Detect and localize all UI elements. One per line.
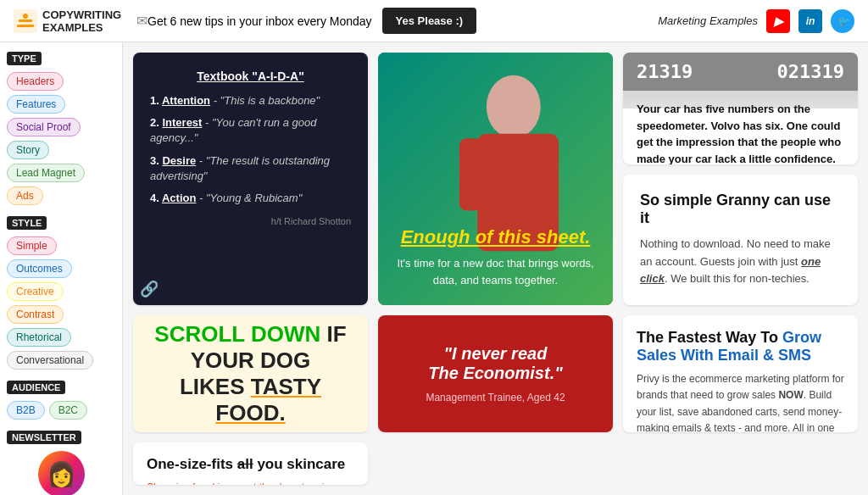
audience-tags: B2B B2C — [7, 401, 115, 420]
tag-headers[interactable]: Headers — [7, 72, 64, 91]
volvo-card: 21319 021319 Your car has five numbers o… — [623, 53, 858, 164]
enough-overlay: Enough of this sheet. It's time for a ne… — [378, 226, 613, 288]
topbar: COPYWRITING EXAMPLES ✉ Get 6 new tips in… — [0, 0, 868, 42]
link-icon: 🔗 — [140, 280, 159, 298]
marketing-examples-label: Marketing Examples — [658, 14, 758, 27]
tag-lead-magnet[interactable]: Lead Magnet — [7, 164, 85, 182]
economist-quote: "I never readThe Economist." — [428, 344, 562, 383]
tag-creative[interactable]: Creative — [7, 282, 64, 301]
aida-footer: h/t Richard Shotton — [150, 216, 351, 226]
tag-features[interactable]: Features — [7, 95, 65, 114]
economist-card: "I never readThe Economist." Management … — [378, 315, 613, 432]
granny-body: Nothing to download. No need to make an … — [640, 236, 841, 288]
tag-outcomes[interactable]: Outcomes — [7, 259, 72, 278]
tag-rhetorical[interactable]: Rhetorical — [7, 328, 71, 347]
logo-text: COPYWRITING EXAMPLES — [42, 8, 121, 34]
style-tags: Simple Outcomes Creative Contrast Rhetor… — [7, 236, 115, 370]
twitter-icon[interactable]: 🐦 — [831, 9, 854, 33]
aida-card: Textbook "A-I-D-A" 1. Attention - "This … — [133, 53, 368, 305]
scroll-text: SCROLL DOWN IF YOUR DOG LIKES TASTY FOOD… — [150, 321, 351, 427]
topbar-right: Marketing Examples ▶ in 🐦 — [658, 9, 854, 33]
logo[interactable]: COPYWRITING EXAMPLES — [14, 8, 136, 34]
main-layout: TYPE Headers Features Social Proof Story… — [0, 42, 868, 495]
newsletter-section-label: NEWSLETTER — [7, 431, 81, 444]
type-section-label: TYPE — [7, 52, 42, 65]
aida-title: Textbook "A-I-D-A" — [150, 70, 351, 83]
tag-b2c[interactable]: B2C — [49, 401, 87, 420]
audience-section-label: AUDIENCE — [7, 381, 65, 394]
tag-ads[interactable]: Ads — [7, 186, 43, 205]
logo-icon — [14, 9, 37, 33]
enough-headline: Enough of this sheet. — [392, 226, 599, 248]
aida-item-4: 4. Action - "Young & Rubicam" — [150, 191, 351, 206]
type-tags: Headers Features Social Proof Story Lead… — [7, 72, 115, 205]
skincare-body: Shopping for skincare at the drugstore i… — [147, 480, 354, 485]
scroll-card: SCROLL DOWN IF YOUR DOG LIKES TASTY FOOD… — [133, 315, 368, 432]
svg-point-5 — [487, 75, 541, 139]
granny-card: So simple Granny can use it Nothing to d… — [623, 175, 858, 305]
tag-contrast[interactable]: Contrast — [7, 305, 64, 324]
svg-rect-8 — [507, 138, 530, 210]
content-grid: Textbook "A-I-D-A" 1. Attention - "This … — [123, 42, 868, 495]
linkedin-icon[interactable]: in — [798, 9, 822, 33]
svg-rect-7 — [459, 138, 482, 210]
enough-subtext: It's time for a new doc that brings word… — [397, 257, 593, 286]
yes-please-button[interactable]: Yes Please :) — [382, 8, 477, 34]
privy-card: The Fastest Way To Grow Sales With Email… — [623, 315, 858, 432]
volvo-text: Your car has five numbers on the speedom… — [623, 91, 858, 164]
aida-item-1: 1. Attention - "This is a backbone" — [150, 93, 351, 108]
volvo-number-right: 021319 — [777, 61, 844, 82]
volvo-numbers: 21319 021319 — [623, 53, 858, 91]
privy-headline: The Fastest Way To Grow Sales With Email… — [637, 329, 844, 364]
tag-story[interactable]: Story — [7, 141, 49, 159]
tag-conversational[interactable]: Conversational — [7, 351, 93, 370]
aida-item-3: 3. Desire - "The result is outstanding a… — [150, 153, 351, 184]
svg-point-3 — [23, 14, 28, 19]
svg-rect-2 — [19, 19, 32, 22]
scroll-line1-green: SCROLL DOWN — [154, 321, 320, 347]
newsletter-section: NEWSLETTER 👩 Tell me more #1 Marketing N… — [7, 430, 115, 495]
enough-card: Enough of this sheet. It's time for a ne… — [378, 53, 613, 305]
youtube-icon[interactable]: ▶ — [766, 9, 790, 33]
privy-body: Privy is the ecommerce marketing platfor… — [637, 371, 844, 432]
newsletter-avatar: 👩 — [38, 451, 85, 495]
email-prompt-text: Get 6 new tips in your inbox every Monda… — [147, 14, 372, 28]
sidebar: TYPE Headers Features Social Proof Story… — [0, 42, 123, 495]
tag-simple[interactable]: Simple — [7, 236, 57, 255]
volvo-number-left: 21319 — [637, 61, 693, 82]
tag-social-proof[interactable]: Social Proof — [7, 118, 81, 136]
style-section-label: STYLE — [7, 216, 47, 230]
skincare-card: One-size-fits all you skincare Shopping … — [133, 442, 368, 485]
aida-item-2: 2. Interest - "You can't run a good agen… — [150, 115, 351, 146]
svg-rect-1 — [17, 25, 34, 27]
scroll-line2: LIKES TASTY FOOD. — [180, 374, 321, 425]
email-icon: ✉ — [136, 13, 147, 29]
economist-attribution: Management Trainee, Aged 42 — [426, 392, 565, 403]
granny-headline: So simple Granny can use it — [640, 192, 841, 227]
tag-b2b[interactable]: B2B — [7, 401, 45, 420]
skincare-headline: One-size-fits all you skincare — [147, 456, 354, 473]
